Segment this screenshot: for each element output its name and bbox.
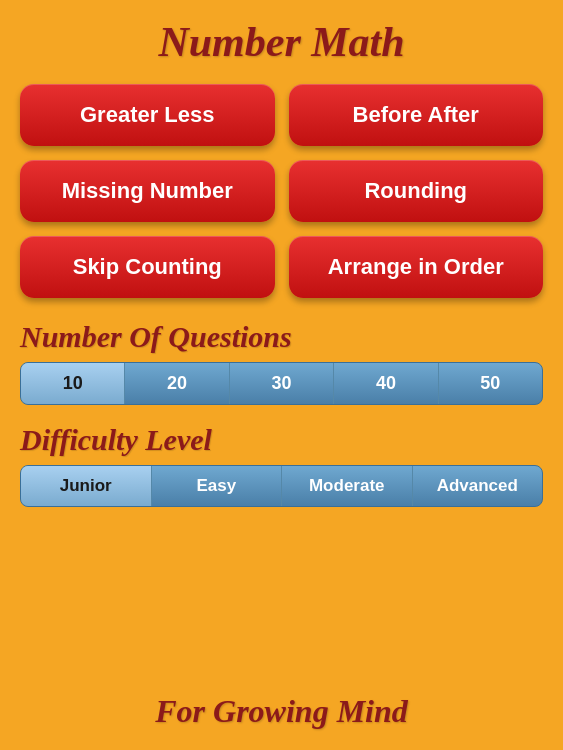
difficulty-easy[interactable]: Easy <box>152 466 283 506</box>
difficulty-junior[interactable]: Junior <box>21 466 152 506</box>
questions-option-10[interactable]: 10 <box>21 363 125 404</box>
topic-buttons-grid: Greater Less Before After Missing Number… <box>20 84 543 298</box>
rounding-button[interactable]: Rounding <box>289 160 544 222</box>
before-after-button[interactable]: Before After <box>289 84 544 146</box>
skip-counting-button[interactable]: Skip Counting <box>20 236 275 298</box>
difficulty-moderate[interactable]: Moderate <box>282 466 413 506</box>
difficulty-segmented-control: Junior Easy Moderate Advanced <box>20 465 543 507</box>
arrange-in-order-button[interactable]: Arrange in Order <box>289 236 544 298</box>
missing-number-button[interactable]: Missing Number <box>20 160 275 222</box>
app-title: Number Math <box>158 18 404 66</box>
questions-section-title: Number Of Questions <box>20 320 292 354</box>
questions-segmented-control: 10 20 30 40 50 <box>20 362 543 405</box>
difficulty-section-title: Difficulty Level <box>20 423 212 457</box>
difficulty-advanced[interactable]: Advanced <box>413 466 543 506</box>
greater-less-button[interactable]: Greater Less <box>20 84 275 146</box>
questions-option-30[interactable]: 30 <box>230 363 334 404</box>
questions-option-20[interactable]: 20 <box>125 363 229 404</box>
footer-text: For Growing Mind <box>155 693 408 740</box>
questions-option-40[interactable]: 40 <box>334 363 438 404</box>
questions-option-50[interactable]: 50 <box>439 363 542 404</box>
